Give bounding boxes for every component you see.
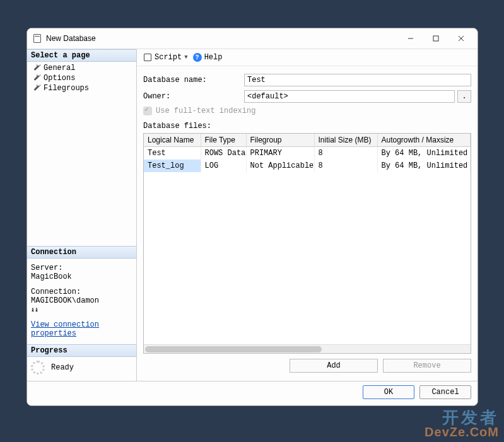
view-connection-properties-link[interactable]: View connection properties bbox=[31, 320, 132, 338]
owner-browse-button[interactable]: . bbox=[457, 90, 471, 103]
page-item-filegroups[interactable]: Filegroups bbox=[30, 83, 134, 93]
database-form: Database name: Owner: . Use full-text in… bbox=[137, 66, 478, 122]
cell-fgroup[interactable]: PRIMARY bbox=[246, 147, 314, 160]
col-filegroup[interactable]: Filegroup bbox=[246, 134, 314, 147]
watermark: 开发者 DevZe.CoM bbox=[425, 409, 499, 438]
cell-fgroup[interactable]: Not Applicable bbox=[246, 160, 314, 172]
toolbar: Script ▼ ? Help bbox=[137, 49, 478, 66]
cell-size[interactable]: 8 bbox=[314, 160, 377, 172]
main-panel: Script ▼ ? Help Database name: Owner: . … bbox=[137, 49, 478, 381]
fulltext-label: Use full-text indexing bbox=[156, 107, 255, 115]
people-icon: ♝♝ bbox=[31, 306, 40, 313]
cell-size[interactable]: 8 bbox=[314, 147, 377, 160]
cell-ftype[interactable]: LOG bbox=[201, 160, 246, 172]
close-button[interactable] bbox=[448, 30, 474, 47]
table-row[interactable]: Test_log LOG Not Applicable 8 By 64 MB, … bbox=[144, 160, 471, 172]
scrollbar-thumb[interactable] bbox=[145, 346, 322, 352]
col-logical-name[interactable]: Logical Name bbox=[144, 134, 201, 147]
database-files-grid[interactable]: Logical Name File Type Filegroup Initial… bbox=[143, 133, 471, 354]
connection-info: Server: MagicBook Connection: MAGICBOOK\… bbox=[27, 259, 136, 344]
script-icon bbox=[143, 53, 152, 62]
fulltext-checkbox bbox=[143, 107, 152, 115]
wrench-icon bbox=[32, 74, 41, 83]
script-button[interactable]: Script bbox=[155, 53, 182, 62]
cell-logical[interactable]: Test_log bbox=[144, 160, 201, 172]
db-name-input[interactable] bbox=[244, 74, 471, 86]
page-label: Filegroups bbox=[44, 84, 89, 93]
watermark-line2: DevZe.CoM bbox=[425, 426, 499, 438]
page-item-options[interactable]: Options bbox=[30, 73, 134, 83]
cell-growth[interactable]: By 64 MB, Unlimited bbox=[377, 147, 471, 160]
server-value: MagicBook bbox=[31, 272, 132, 281]
wrench-icon bbox=[32, 84, 41, 93]
table-row[interactable]: Test ROWS Data PRIMARY 8 By 64 MB, Unlim… bbox=[144, 147, 471, 160]
col-file-type[interactable]: File Type bbox=[201, 134, 246, 147]
watermark-line1: 开发者 bbox=[425, 409, 499, 426]
select-page-header: Select a page bbox=[27, 49, 136, 62]
db-name-label: Database name: bbox=[143, 76, 244, 84]
maximize-button[interactable] bbox=[423, 30, 448, 47]
add-button[interactable]: Add bbox=[290, 359, 378, 373]
help-button[interactable]: Help bbox=[204, 53, 223, 62]
fulltext-checkbox-row: Use full-text indexing bbox=[143, 107, 471, 115]
cell-logical[interactable]: Test bbox=[144, 147, 201, 160]
progress-status-row: Ready bbox=[27, 357, 136, 381]
wrench-icon bbox=[32, 64, 41, 73]
owner-label: Owner: bbox=[143, 92, 244, 101]
dialog-footer: OK Cancel bbox=[27, 381, 478, 405]
window-title: New Database bbox=[46, 34, 398, 43]
page-label: Options bbox=[44, 74, 75, 83]
col-initial-size[interactable]: Initial Size (MB) bbox=[314, 134, 377, 147]
svg-rect-1 bbox=[433, 36, 438, 41]
cell-ftype[interactable]: ROWS Data bbox=[201, 147, 246, 160]
titlebar[interactable]: New Database bbox=[27, 28, 478, 49]
spinner-icon bbox=[31, 361, 45, 375]
progress-status: Ready bbox=[51, 363, 74, 372]
files-label: Database files: bbox=[137, 122, 478, 131]
connection-header: Connection bbox=[27, 246, 136, 259]
page-list: General Options Filegroups bbox=[27, 62, 136, 98]
remove-button: Remove bbox=[383, 359, 471, 373]
help-icon: ? bbox=[193, 53, 202, 62]
page-item-general[interactable]: General bbox=[30, 63, 134, 73]
horizontal-scrollbar[interactable] bbox=[144, 344, 471, 353]
sidebar: Select a page General Options Filegroups… bbox=[27, 49, 137, 381]
server-label: Server: bbox=[31, 264, 132, 272]
col-autogrowth[interactable]: Autogrowth / Maxsize bbox=[377, 134, 471, 147]
chevron-down-icon[interactable]: ▼ bbox=[184, 54, 187, 61]
progress-header: Progress bbox=[27, 344, 136, 357]
connection-label: Connection: bbox=[31, 288, 132, 296]
cancel-button[interactable]: Cancel bbox=[419, 385, 471, 399]
page-label: General bbox=[44, 64, 75, 73]
owner-input[interactable] bbox=[244, 90, 455, 103]
minimize-button[interactable] bbox=[398, 30, 423, 47]
connection-value: MAGICBOOK\damon bbox=[31, 296, 132, 305]
cell-growth[interactable]: By 64 MB, Unlimited bbox=[377, 160, 471, 172]
database-icon bbox=[33, 34, 41, 43]
ok-button[interactable]: OK bbox=[363, 385, 414, 399]
new-database-dialog: New Database Select a page General Optio… bbox=[26, 28, 478, 406]
